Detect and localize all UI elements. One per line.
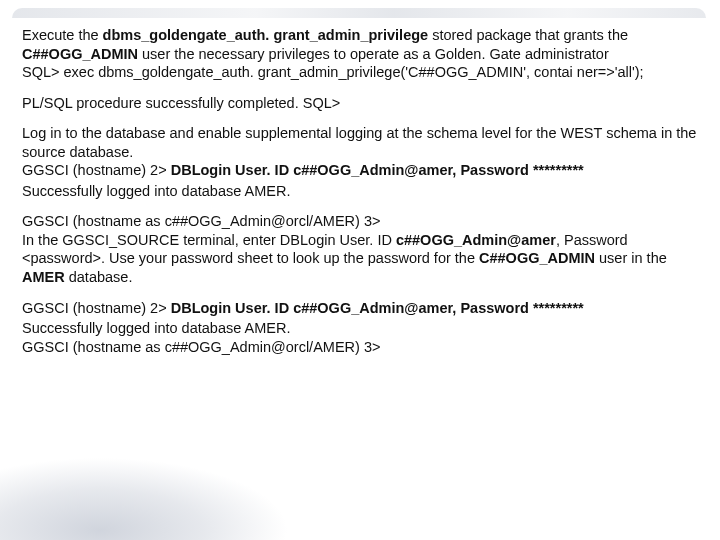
text: Successfully logged into database AMER. bbox=[22, 320, 290, 336]
text: In the GGSCI_SOURCE terminal, enter DBLo… bbox=[22, 232, 396, 248]
text: GGSCI (hostname) 2> bbox=[22, 300, 171, 316]
text: Log in to the database and enable supple… bbox=[22, 125, 696, 160]
text: stored package that grants the bbox=[428, 27, 628, 43]
slide: Execute the dbms_goldengate_auth. grant_… bbox=[0, 0, 720, 540]
paragraph-3: Log in to the database and enable supple… bbox=[22, 124, 698, 180]
text: SQL> exec dbms_goldengate_auth. grant_ad… bbox=[22, 64, 644, 80]
paragraph-5: GGSCI (hostname as c##OGG_Admin@orcl/AME… bbox=[22, 212, 698, 286]
paragraph-4: Successfully logged into database AMER. bbox=[22, 182, 698, 201]
paragraph-7: Successfully logged into database AMER. … bbox=[22, 319, 698, 356]
text: user in the bbox=[595, 250, 667, 266]
text: GGSCI (hostname) 2> bbox=[22, 162, 171, 178]
paragraph-2: PL/SQL procedure successfully completed.… bbox=[22, 94, 698, 113]
bold-text: C##OGG_ADMIN bbox=[22, 46, 138, 62]
text: GGSCI (hostname as c##OGG_Admin@orcl/AME… bbox=[22, 213, 380, 229]
bold-text: AMER bbox=[22, 269, 65, 285]
text: Execute the bbox=[22, 27, 103, 43]
bold-text: DBLogin User. ID c##OGG_Admin@amer, Pass… bbox=[171, 162, 584, 178]
text: database. bbox=[65, 269, 133, 285]
bold-text: DBLogin User. ID c##OGG_Admin@amer, Pass… bbox=[171, 300, 584, 316]
text: GGSCI (hostname as c##OGG_Admin@orcl/AME… bbox=[22, 339, 380, 355]
bold-text: c##OGG_Admin@amer bbox=[396, 232, 556, 248]
text: Successfully logged into database AMER. bbox=[22, 183, 290, 199]
bold-text: dbms_goldengate_auth. grant_admin_privil… bbox=[103, 27, 429, 43]
text: PL/SQL procedure successfully completed.… bbox=[22, 95, 340, 111]
bold-text: C##OGG_ADMIN bbox=[479, 250, 595, 266]
paragraph-1: Execute the dbms_goldengate_auth. grant_… bbox=[22, 26, 698, 82]
text: user the necessary privileges to operate… bbox=[138, 46, 609, 62]
paragraph-6: GGSCI (hostname) 2> DBLogin User. ID c##… bbox=[22, 299, 698, 318]
